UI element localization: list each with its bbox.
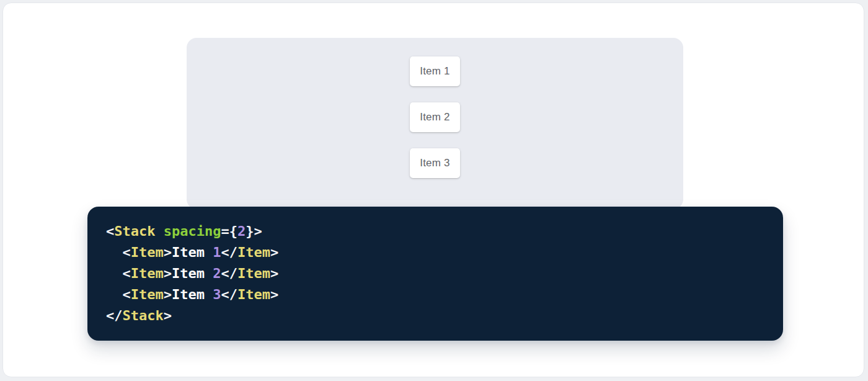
code-token-plain <box>106 244 123 260</box>
code-token-punctuation: < <box>123 287 131 302</box>
code-token-punctuation: > <box>270 266 278 281</box>
page-background: { "demo": { "items": [ { "label": "Item … <box>0 0 868 381</box>
stack-item: Item 1 <box>410 56 460 86</box>
code-token-punctuation: > <box>164 266 172 281</box>
code-token-plain: Item <box>172 287 213 302</box>
code-token-tag: Item <box>237 287 270 302</box>
code-token-plain: Item <box>172 244 213 260</box>
code-token-punctuation: ={ <box>221 223 237 239</box>
code-token-punctuation: > <box>270 287 278 302</box>
code-token-number: 3 <box>213 287 221 302</box>
code-token-tag: Item <box>131 266 164 281</box>
code-token-plain <box>106 287 123 302</box>
code-token-punctuation: > <box>164 287 172 302</box>
stack-item-label: Item 3 <box>420 157 450 169</box>
code-line: </Stack> <box>106 305 764 326</box>
code-token-tag: Item <box>237 266 270 281</box>
code-token-punctuation: </ <box>221 287 237 302</box>
code-token-number: 2 <box>213 266 221 281</box>
code-token-number: 1 <box>213 244 221 260</box>
code-token-tag: Stack <box>114 223 155 239</box>
code-token-plain <box>106 266 123 281</box>
stack-item: Item 2 <box>410 102 460 132</box>
code-token-punctuation: > <box>270 244 278 260</box>
stack-item-label: Item 1 <box>420 65 450 78</box>
code-token-tag: Stack <box>123 308 164 323</box>
code-token-plain: Item <box>172 266 213 281</box>
code-token-attr: spacing <box>164 223 221 239</box>
code-line: <Stack spacing={2}> <box>106 221 764 242</box>
code-token-punctuation: < <box>123 266 131 281</box>
stack-item: Item 3 <box>410 148 460 178</box>
code-token-punctuation: </ <box>221 266 237 281</box>
stack-demo-panel: Item 1Item 2Item 3 <box>187 38 683 209</box>
stack-item-label: Item 2 <box>420 111 450 123</box>
code-token-plain <box>155 223 163 239</box>
content-frame: Item 1Item 2Item 3 <Stack spacing={2}> <… <box>2 2 864 377</box>
code-token-tag: Item <box>237 244 270 260</box>
code-block: <Stack spacing={2}> <Item>Item 1</Item> … <box>87 207 783 341</box>
code-token-punctuation: < <box>106 223 114 239</box>
code-token-punctuation: </ <box>221 244 237 260</box>
code-line: <Item>Item 2</Item> <box>106 263 764 284</box>
code-token-punctuation: > <box>164 244 172 260</box>
code-token-number: 2 <box>237 223 246 239</box>
code-token-punctuation: > <box>164 308 172 323</box>
code-token-punctuation: </ <box>106 308 123 323</box>
code-line: <Item>Item 3</Item> <box>106 284 764 305</box>
code-token-punctuation: < <box>123 244 131 260</box>
code-token-tag: Item <box>131 287 164 302</box>
code-token-punctuation: }> <box>246 223 262 239</box>
code-token-tag: Item <box>131 244 164 260</box>
code-line: <Item>Item 1</Item> <box>106 242 764 263</box>
